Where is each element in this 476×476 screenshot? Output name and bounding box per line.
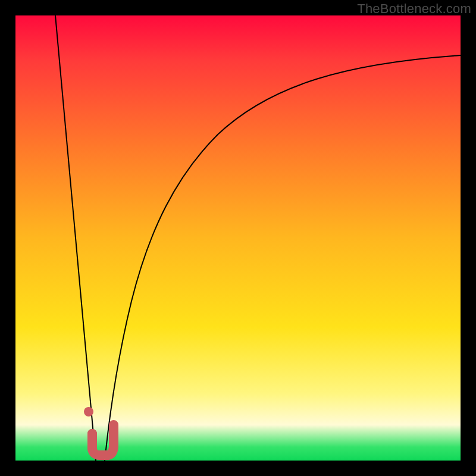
curve-layer: [15, 15, 461, 461]
chart-frame: TheBottleneck.com: [0, 0, 476, 476]
right-saturating-curve: [105, 55, 461, 461]
marker-j-stroke: [92, 425, 114, 455]
plot-area: [15, 15, 461, 461]
left-steep-line: [55, 15, 96, 461]
watermark-text: TheBottleneck.com: [357, 1, 471, 17]
marker-dot-upper: [84, 407, 93, 416]
